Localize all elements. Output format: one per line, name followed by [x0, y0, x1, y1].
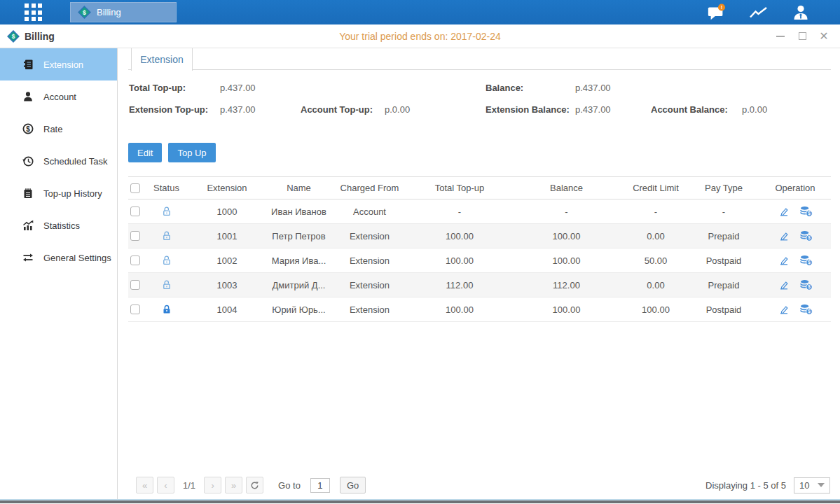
billing-app-window: $ Billing !	[0, 0, 840, 504]
close-button[interactable]: ✕	[819, 31, 829, 41]
row-checkbox[interactable]	[130, 304, 140, 314]
sidebar-item-scheduled-task[interactable]: Scheduled Task	[0, 145, 117, 177]
refresh-button[interactable]	[246, 477, 263, 493]
notifications-icon[interactable]: !	[707, 4, 727, 22]
account-topup-label: Account Top-up:	[301, 103, 373, 117]
last-page-button[interactable]: »	[225, 477, 242, 493]
sidebar-item-topup-history[interactable]: Top-up History	[0, 177, 117, 209]
svg-text:$: $	[808, 260, 811, 265]
sidebar-item-general-settings[interactable]: General Settings	[0, 241, 117, 274]
sidebar-item-statistics[interactable]: Statistics	[0, 209, 117, 241]
sidebar-label: General Settings	[43, 253, 111, 263]
goto-page-input[interactable]	[310, 478, 330, 493]
sidebar-label: Rate	[43, 124, 62, 134]
table-row: 1001 Петр Петров Extension 100.00 100.00…	[128, 224, 831, 248]
top-up-extension-icon[interactable]: $	[799, 304, 813, 315]
first-page-button[interactable]: «	[136, 477, 153, 493]
col-credit-limit: Credit Limit	[624, 183, 688, 193]
status-unlocked-icon	[147, 230, 186, 241]
sidebar-label: Top-up History	[43, 188, 102, 199]
cell-extension: 1004	[186, 304, 268, 315]
sidebar-label: Extension	[43, 59, 83, 70]
sidebar-item-extension[interactable]: Extension	[0, 48, 117, 80]
cell-balance: 100.00	[509, 304, 624, 315]
tab-strip: Extension	[128, 48, 831, 70]
total-topup-label: Total Top-up:	[129, 81, 186, 95]
taskbar-billing-tab[interactable]: $ Billing	[70, 2, 177, 22]
cell-pay-type: Postpaid	[688, 304, 759, 315]
row-checkbox[interactable]	[130, 206, 140, 216]
main-content: Extension Total Top-up: p.437.00 Balance…	[118, 48, 840, 499]
top-up-extension-icon[interactable]: $	[799, 206, 813, 217]
window-title: Billing	[25, 31, 55, 42]
window-controls: ✕	[776, 31, 829, 41]
edit-button[interactable]: Edit	[128, 143, 162, 162]
reports-chart-icon[interactable]	[749, 4, 769, 22]
status-unlocked-icon	[147, 206, 186, 217]
go-button[interactable]: Go	[340, 477, 366, 493]
cell-credit-limit: 100.00	[624, 304, 688, 315]
cell-charged-from: Extension	[329, 280, 410, 290]
minimize-button[interactable]	[776, 31, 785, 41]
cell-name: Юрий Юрь...	[268, 304, 329, 315]
pagination-summary: Displaying 1 - 5 of 5 10	[705, 477, 830, 493]
next-page-button[interactable]: ›	[204, 477, 221, 493]
cell-charged-from: Extension	[329, 255, 410, 266]
tab-extension[interactable]: Extension	[131, 48, 193, 71]
edit-extension-icon[interactable]	[778, 279, 790, 290]
svg-text:$: $	[26, 125, 30, 133]
cell-total-topup: -	[410, 206, 509, 217]
sidebar-item-rate[interactable]: $ Rate	[0, 113, 117, 145]
rate-icon: $	[22, 122, 34, 135]
svg-text:$: $	[808, 284, 811, 290]
cell-extension: 1000	[186, 206, 268, 217]
edit-extension-icon[interactable]	[778, 304, 790, 315]
top-up-button[interactable]: Top Up	[168, 143, 215, 162]
topup-history-icon	[22, 187, 34, 200]
previous-page-button[interactable]: ‹	[157, 477, 174, 493]
edit-extension-icon[interactable]	[778, 255, 790, 266]
top-up-extension-icon[interactable]: $	[799, 279, 813, 290]
status-locked-icon	[147, 304, 186, 315]
account-topup-value: p.0.00	[385, 103, 410, 117]
page-indicator: 1/1	[183, 480, 195, 491]
svg-text:$: $	[808, 235, 811, 241]
taskbar: $ Billing !	[0, 0, 840, 24]
total-topup-value: p.437.00	[220, 81, 256, 95]
row-checkbox[interactable]	[130, 231, 140, 241]
topup-summary: Total Top-up: p.437.00 Balance: p.437.00…	[128, 81, 831, 133]
row-checkbox[interactable]	[130, 280, 140, 290]
svg-text:$: $	[12, 34, 15, 40]
sidebar-item-account[interactable]: Account	[0, 80, 117, 113]
cell-credit-limit: -	[624, 206, 688, 217]
extension-table: Status Extension Name Charged From Total…	[128, 176, 831, 322]
cell-pay-type: -	[688, 206, 759, 217]
user-account-icon[interactable]	[791, 4, 811, 22]
edit-extension-icon[interactable]	[778, 230, 790, 241]
cell-name: Мария Ива...	[268, 255, 329, 266]
titlebar: $ Billing Your trial period ends on: 201…	[0, 24, 840, 48]
maximize-button[interactable]	[797, 31, 807, 41]
page-size-select[interactable]: 10	[794, 477, 830, 493]
edit-extension-icon[interactable]	[778, 206, 790, 217]
svg-text:$: $	[808, 309, 811, 314]
cell-balance: 100.00	[509, 231, 624, 241]
cell-total-topup: 100.00	[410, 255, 509, 266]
cell-extension: 1001	[186, 231, 268, 241]
select-all-checkbox[interactable]	[130, 183, 140, 193]
cell-charged-from: Extension	[329, 231, 410, 241]
top-up-extension-icon[interactable]: $	[799, 255, 813, 266]
window-body: Extension Account $ Rate Scheduled Task …	[0, 48, 840, 499]
trial-notice: Your trial period ends on: 2017-02-24	[339, 31, 501, 42]
cell-name: Иван Иванов	[268, 206, 329, 217]
taskbar-right-icons: !	[707, 4, 811, 22]
cell-name: Петр Петров	[268, 231, 329, 241]
cell-balance: 100.00	[509, 255, 624, 266]
top-up-extension-icon[interactable]: $	[799, 230, 813, 241]
cell-extension: 1002	[186, 255, 268, 266]
app-launcher-icon[interactable]	[25, 4, 42, 21]
status-unlocked-icon	[147, 279, 186, 290]
cell-credit-limit: 50.00	[624, 255, 688, 266]
sidebar: Extension Account $ Rate Scheduled Task …	[0, 48, 118, 499]
row-checkbox[interactable]	[130, 255, 140, 265]
